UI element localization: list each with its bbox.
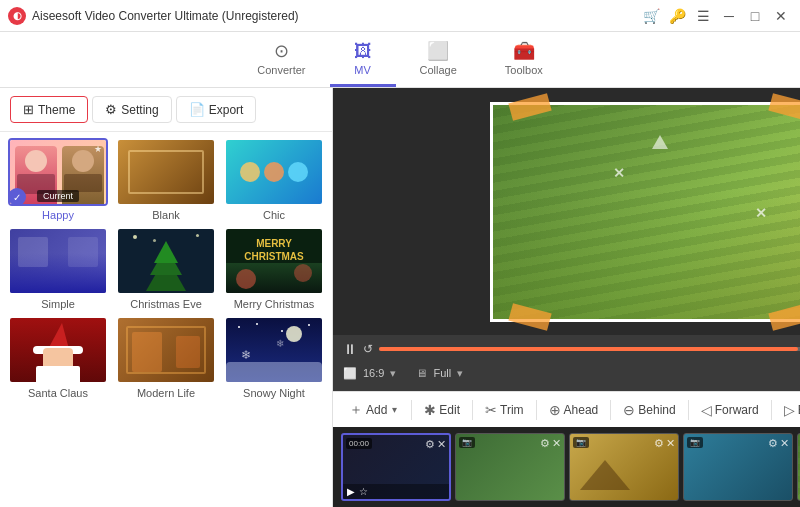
theme-thumb-merry-christmas: MERRYCHRISTMAS <box>224 227 324 295</box>
separator-2 <box>472 400 473 420</box>
theme-item-simple[interactable]: Simple <box>8 227 108 310</box>
theme-label-blank: Blank <box>152 209 180 221</box>
forward-icon: ◁ <box>701 402 712 418</box>
tab-toolbox[interactable]: 🧰 Toolbox <box>481 34 567 87</box>
film-thumb-3[interactable]: ⚙ ✕ 📷 <box>569 433 679 501</box>
screen-label: Full <box>433 367 451 379</box>
controls-row2: ⬜ 16:9 ▾ 🖥 Full ▾ Export <box>343 361 800 385</box>
film-thumb-4[interactable]: ⚙ ✕ 📷 <box>683 433 793 501</box>
edit-label: Edit <box>439 403 460 417</box>
theme-label-chic: Chic <box>263 209 285 221</box>
sub-tab-theme[interactable]: ⊞ Theme <box>10 96 88 123</box>
separator-5 <box>688 400 689 420</box>
trim-label: Trim <box>500 403 524 417</box>
trim-button[interactable]: ✂ Trim <box>477 398 532 422</box>
sub-tab-setting[interactable]: ⚙ Setting <box>92 96 171 123</box>
tab-collage[interactable]: ⬜ Collage <box>396 34 481 87</box>
film-thumb-4-settings[interactable]: ⚙ <box>768 437 778 450</box>
film-thumb-2-settings[interactable]: ⚙ <box>540 437 550 450</box>
x-mark-2: ✕ <box>755 205 767 221</box>
theme-label-snowy-night: Snowy Night <box>243 387 305 399</box>
film-thumb-1-star: ☆ <box>359 486 368 497</box>
edit-button[interactable]: ✱ Edit <box>416 398 468 422</box>
theme-thumb-snowy-night: ❄ ❄ <box>224 316 324 384</box>
forward-label: Forward <box>715 403 759 417</box>
forward-button[interactable]: ◁ Forward <box>693 398 767 422</box>
progress-fill <box>379 347 798 351</box>
key-icon[interactable]: 🔑 <box>666 5 688 27</box>
tab-mv[interactable]: 🖼 MV <box>330 35 396 87</box>
app-title: Aiseesoft Video Converter Ultimate (Unre… <box>32 9 640 23</box>
ratio-label: 16:9 <box>363 367 384 379</box>
film-thumb-3-close[interactable]: ✕ <box>666 437 675 450</box>
film-thumb-2[interactable]: ⚙ ✕ 📷 <box>455 433 565 501</box>
theme-grid: ★ Current ✓ Happy Blank <box>0 132 332 507</box>
behind-button[interactable]: ⊖ Behind <box>615 398 683 422</box>
close-icon[interactable]: ✕ <box>770 5 792 27</box>
pause-button[interactable]: ⏸ <box>343 341 357 357</box>
left-panel: ⊞ Theme ⚙ Setting 📄 Export <box>0 88 333 507</box>
tab-converter-label: Converter <box>257 64 305 76</box>
separator-3 <box>536 400 537 420</box>
backward-icon: ▷ <box>784 402 795 418</box>
converter-icon: ⊙ <box>274 40 289 62</box>
theme-item-santa-claus[interactable]: Santa Claus <box>8 316 108 399</box>
film-thumb-4-close[interactable]: ✕ <box>780 437 789 450</box>
preview-content: ✕ ✕ <box>493 105 800 319</box>
tab-converter[interactable]: ⊙ Converter <box>233 34 329 87</box>
film-thumb-2-close[interactable]: ✕ <box>552 437 561 450</box>
add-dropdown-arrow[interactable]: ▾ <box>390 400 399 419</box>
film-thumb-1-controls: ⚙ ✕ <box>425 438 446 451</box>
theme-thumb-simple <box>8 227 108 295</box>
theme-item-happy[interactable]: ★ Current ✓ Happy <box>8 138 108 221</box>
screen-icon: 🖥 <box>416 367 427 379</box>
sub-tab-export[interactable]: 📄 Export <box>176 96 257 123</box>
controls-row1: ⏸ ↺ 00:00:09.11/00:00:10.00 🔊 <box>343 341 800 357</box>
right-panel: ✕ ✕ ⏸ ↺ <box>333 88 800 507</box>
film-thumb-3-settings[interactable]: ⚙ <box>654 437 664 450</box>
theme-item-christmas-eve[interactable]: Christmas Eve <box>116 227 216 310</box>
film-thumb-1-close[interactable]: ✕ <box>437 438 446 451</box>
theme-thumb-christmas-eve <box>116 227 216 295</box>
progress-bar[interactable] <box>379 347 800 351</box>
film-thumb-3-controls: ⚙ ✕ <box>654 437 675 450</box>
theme-icon: ⊞ <box>23 102 34 117</box>
theme-label-simple: Simple <box>41 298 75 310</box>
add-label: Add <box>366 403 387 417</box>
theme-item-blank[interactable]: Blank <box>116 138 216 221</box>
ratio-icon: ⬜ <box>343 367 357 380</box>
separator-1 <box>411 400 412 420</box>
ahead-button[interactable]: ⊕ Ahead <box>541 398 607 422</box>
add-icon: ＋ <box>349 401 363 419</box>
film-thumb-2-controls: ⚙ ✕ <box>540 437 561 450</box>
minimize-icon[interactable]: ─ <box>718 5 740 27</box>
menu-icon[interactable]: ☰ <box>692 5 714 27</box>
theme-label-modern-life: Modern Life <box>137 387 195 399</box>
theme-row-3: Santa Claus Modern Life <box>8 316 324 399</box>
ratio-dropdown-arrow[interactable]: ▾ <box>390 367 396 380</box>
behind-icon: ⊖ <box>623 402 635 418</box>
theme-thumb-santa-claus <box>8 316 108 384</box>
theme-thumb-happy: ★ Current ✓ <box>8 138 108 206</box>
tab-collage-label: Collage <box>420 64 457 76</box>
theme-label-christmas-eve: Christmas Eve <box>130 298 202 310</box>
theme-item-merry-christmas[interactable]: MERRYCHRISTMAS Merry Christmas <box>224 227 324 310</box>
backward-button[interactable]: ▷ Backward <box>776 398 800 422</box>
title-bar: ◐ Aiseesoft Video Converter Ultimate (Un… <box>0 0 800 32</box>
film-strip: ⚙ ✕ ▶ ☆ 00:00 ⚙ ✕ 📷 <box>333 427 800 507</box>
cart-icon[interactable]: 🛒 <box>640 5 662 27</box>
theme-item-snowy-night[interactable]: ❄ ❄ Snowy Night <box>224 316 324 399</box>
theme-thumb-modern-life <box>116 316 216 384</box>
theme-item-modern-life[interactable]: Modern Life <box>116 316 216 399</box>
film-thumb-1-settings[interactable]: ⚙ <box>425 438 435 451</box>
sub-tabs: ⊞ Theme ⚙ Setting 📄 Export <box>0 88 332 132</box>
add-button[interactable]: ＋ Add ▾ <box>341 396 407 423</box>
bottom-toolbar: ＋ Add ▾ ✱ Edit ✂ Trim ⊕ Ahead ⊖ Behi <box>333 391 800 427</box>
maximize-icon[interactable]: □ <box>744 5 766 27</box>
film-thumb-1[interactable]: ⚙ ✕ ▶ ☆ 00:00 <box>341 433 451 501</box>
preview-frame: ✕ ✕ <box>490 102 800 322</box>
main-navigation: ⊙ Converter 🖼 MV ⬜ Collage 🧰 Toolbox <box>0 32 800 88</box>
screen-dropdown-arrow[interactable]: ▾ <box>457 367 463 380</box>
refresh-button[interactable]: ↺ <box>363 342 373 356</box>
theme-item-chic[interactable]: Chic <box>224 138 324 221</box>
